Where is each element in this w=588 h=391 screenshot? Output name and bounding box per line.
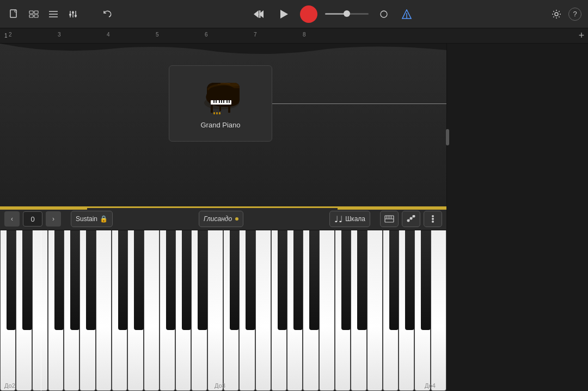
keys-container (0, 230, 446, 391)
track-line (272, 103, 446, 104)
black-key-0-0[interactable] (7, 230, 16, 330)
black-key-1-1[interactable] (134, 230, 144, 330)
black-key-2-0[interactable] (230, 230, 240, 330)
help-icon[interactable]: ? (568, 8, 581, 21)
volume-control[interactable] (325, 13, 369, 15)
white-key-23[interactable] (367, 230, 383, 391)
svg-rect-32 (211, 105, 213, 113)
svg-point-22 (555, 13, 558, 16)
next-button[interactable]: › (46, 211, 61, 227)
svg-marker-17 (280, 10, 288, 19)
black-key-1-4[interactable] (198, 230, 207, 330)
black-key-0-2[interactable] (54, 230, 64, 330)
add-track-button[interactable]: + (575, 29, 588, 42)
svg-point-50 (432, 218, 434, 220)
black-key-3-0[interactable] (341, 230, 351, 330)
instrument-block[interactable]: Grand Piano (169, 65, 272, 142)
arpeggio-button[interactable] (402, 211, 420, 227)
controls-bar: ‹ 0 › Sustain 🔒 Глисандо ♩♩ Шкала (0, 206, 446, 230)
grand-piano-image (199, 78, 242, 117)
black-key-3-3[interactable] (405, 230, 415, 330)
svg-point-13 (75, 15, 77, 17)
black-key-0-1[interactable] (22, 230, 32, 330)
white-key-9[interactable] (144, 230, 160, 391)
black-key-3-4[interactable] (421, 230, 431, 330)
svg-point-51 (432, 221, 434, 223)
gold-accent-right (338, 208, 446, 210)
more-options-button[interactable] (424, 211, 442, 227)
white-key-16[interactable] (255, 230, 271, 391)
svg-rect-36 (216, 112, 218, 114)
tracks-icon[interactable] (46, 7, 61, 22)
keyboard-layout-button[interactable] (380, 211, 399, 227)
lock-icon: 🔒 (100, 215, 108, 223)
glissando-button[interactable]: Глисандо (199, 211, 243, 227)
black-key-2-2[interactable] (278, 230, 287, 330)
svg-rect-28 (221, 100, 222, 103)
svg-rect-34 (219, 105, 221, 111)
new-file-icon[interactable] (7, 7, 22, 22)
svg-rect-3 (29, 15, 33, 17)
mixer-icon[interactable] (65, 7, 81, 22)
svg-rect-4 (34, 15, 38, 17)
white-key-20[interactable] (319, 230, 335, 391)
toolbar: ? (0, 0, 588, 28)
svg-point-19 (381, 11, 387, 17)
svg-rect-35 (213, 112, 215, 114)
timeline-ruler: 1 2 3 4 5 6 7 8 + (0, 28, 588, 44)
playhead-cursor (41, 230, 41, 391)
black-key-2-1[interactable] (246, 230, 255, 330)
panel-divider[interactable] (446, 129, 449, 145)
track-area: Grand Piano (0, 44, 446, 230)
settings-icon[interactable] (549, 7, 564, 22)
instrument-name: Grand Piano (201, 121, 241, 129)
rewind-button[interactable] (250, 5, 267, 23)
main-area: Grand Piano (0, 44, 588, 230)
black-key-1-2[interactable] (166, 230, 176, 330)
svg-point-49 (432, 215, 434, 217)
black-key-1-0[interactable] (118, 230, 128, 330)
black-key-2-3[interactable] (293, 230, 303, 330)
note-icon: ♩♩ (334, 214, 343, 224)
note-label-do4: До4 (425, 382, 436, 389)
svg-rect-1 (29, 11, 33, 14)
piano-keyboard: До2 До3 До4 (0, 230, 446, 391)
record-button[interactable] (300, 5, 317, 23)
svg-rect-29 (223, 100, 224, 103)
black-key-0-3[interactable] (70, 230, 80, 330)
svg-rect-37 (219, 112, 220, 114)
undo-icon[interactable] (100, 7, 115, 22)
white-key-2[interactable] (32, 230, 48, 391)
svg-rect-31 (229, 100, 230, 103)
play-button[interactable] (275, 5, 292, 23)
svg-rect-30 (226, 100, 228, 103)
glissando-indicator (235, 217, 238, 221)
svg-marker-14 (254, 10, 259, 18)
note-label-do3: До3 (215, 382, 225, 389)
metronome-icon[interactable] (399, 7, 414, 22)
ruler-marks: 2 3 4 5 6 7 8 (9, 28, 575, 43)
gold-accent-left (0, 208, 87, 210)
svg-rect-26 (216, 100, 217, 103)
black-key-0-4[interactable] (86, 230, 96, 330)
sustain-button[interactable]: Sustain 🔒 (71, 211, 113, 227)
prev-button[interactable]: ‹ (4, 211, 20, 227)
svg-rect-25 (213, 100, 215, 103)
right-panel (446, 44, 588, 230)
black-key-1-3[interactable] (182, 230, 192, 330)
svg-rect-33 (228, 105, 230, 113)
svg-point-12 (72, 11, 74, 14)
white-key-13[interactable] (207, 230, 223, 391)
white-key-27[interactable] (431, 230, 446, 391)
black-key-2-4[interactable] (309, 230, 319, 330)
white-key-6[interactable] (96, 230, 112, 391)
black-key-3-1[interactable] (357, 230, 367, 330)
svg-point-18 (305, 11, 312, 17)
volume-icon (376, 7, 391, 22)
scale-button[interactable]: ♩♩ Шкала (329, 211, 370, 227)
black-key-3-2[interactable] (389, 230, 399, 330)
svg-rect-2 (34, 11, 38, 14)
svg-point-11 (69, 14, 71, 16)
view-toggle-icon[interactable] (26, 7, 41, 22)
counter-display: 0 (23, 211, 42, 227)
